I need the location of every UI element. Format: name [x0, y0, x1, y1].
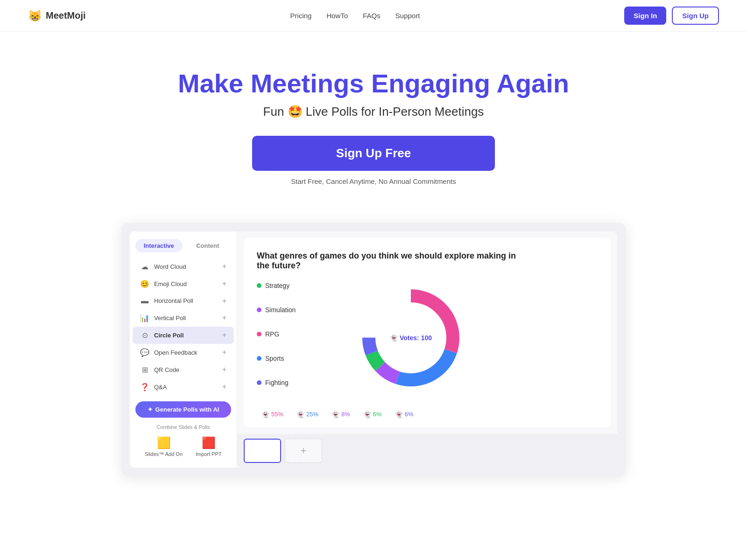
- circle-poll-label: Circle Poll: [154, 332, 184, 339]
- option-simulation: Simulation: [257, 306, 341, 314]
- vertical-poll-add-icon: +: [222, 314, 226, 322]
- main-content: What genres of games do you think we sho…: [237, 231, 617, 468]
- nav-buttons: Sign In Sign Up: [624, 7, 719, 25]
- pct-fighting: 👻 6%: [395, 411, 414, 418]
- pct-sports: 👻 6%: [363, 411, 382, 418]
- sidebar-item-word-cloud[interactable]: ☁ Word Cloud +: [133, 258, 234, 275]
- nav-links: Pricing HowTo FAQs Support: [290, 12, 420, 20]
- donut-chart: 👻 Votes: 100: [355, 282, 467, 394]
- percentages-row: 👻 55% 👻 25% 👻 8% 👻 6%: [257, 411, 598, 418]
- faqs-link[interactable]: FAQs: [363, 12, 381, 20]
- option-simulation-label: Simulation: [265, 306, 296, 314]
- circle-poll-add-icon: +: [222, 331, 226, 339]
- emoji-cloud-add-icon: +: [222, 280, 226, 288]
- support-link[interactable]: Support: [395, 12, 420, 20]
- qa-label: Q&A: [154, 384, 167, 391]
- hero-headline: Make Meetings Engaging Again: [19, 69, 728, 98]
- option-rpg: RPG: [257, 330, 341, 338]
- poll-body: Strategy Simulation RPG Sports: [257, 282, 598, 403]
- sidebar-item-circle-poll[interactable]: ⊙ Circle Poll +: [133, 327, 234, 344]
- donut-center-label: 👻 Votes: 100: [390, 334, 432, 342]
- pct-simulation: 👻 25%: [296, 411, 318, 418]
- combine-buttons: 🟨 Slides™ Add On 🟥 Import PPT: [135, 434, 231, 460]
- votes-label: Votes: 100: [400, 334, 432, 342]
- import-ppt-button[interactable]: 🟥 Import PPT: [191, 434, 226, 460]
- strategy-dot: [257, 283, 261, 288]
- word-cloud-add-icon: +: [222, 262, 226, 271]
- vertical-poll-label: Vertical Poll: [154, 315, 186, 322]
- app-inner: Interactive Content ☁ Word Cloud + 😊 Emo…: [130, 231, 617, 468]
- word-cloud-label: Word Cloud: [154, 263, 186, 270]
- pct-rpg: 👻 8%: [331, 411, 350, 418]
- option-rpg-label: RPG: [265, 330, 279, 338]
- howto-link[interactable]: HowTo: [326, 12, 348, 20]
- vertical-poll-icon: 📊: [140, 314, 149, 322]
- generate-polls-ai-button[interactable]: ✦ Generate Polls with AI: [135, 401, 231, 418]
- qa-add-icon: +: [222, 383, 226, 391]
- emoji-cloud-icon: 😊: [140, 280, 149, 288]
- sidebar-item-open-feedback[interactable]: 💬 Open Feedback +: [133, 344, 234, 361]
- slides-label: Slides™ Add On: [145, 451, 183, 457]
- qr-code-label: QR Code: [154, 366, 179, 373]
- sidebar-item-emoji-cloud[interactable]: 😊 Emoji Cloud +: [133, 275, 234, 293]
- rpg-dot: [257, 332, 261, 336]
- horizontal-poll-icon: ▬: [140, 297, 149, 305]
- option-fighting-label: Fighting: [265, 379, 289, 386]
- sidebar-item-qr-code[interactable]: ⊞ QR Code +: [133, 361, 234, 378]
- ai-sparkle-icon: ✦: [148, 406, 153, 413]
- sidebar-item-vertical-poll[interactable]: 📊 Vertical Poll +: [133, 309, 234, 327]
- emoji-cloud-label: Emoji Cloud: [154, 280, 187, 287]
- word-cloud-icon: ☁: [140, 262, 149, 271]
- circle-poll-icon: ⊙: [140, 331, 149, 340]
- tab-content[interactable]: Content: [184, 239, 232, 252]
- slides-icon: 🟨: [157, 436, 171, 449]
- sports-dot: [257, 356, 261, 361]
- logo[interactable]: 😸 MeetMoji: [28, 9, 86, 22]
- option-sports-label: Sports: [265, 355, 284, 362]
- fighting-dot: [257, 380, 261, 385]
- open-feedback-add-icon: +: [222, 348, 226, 357]
- ppt-icon: 🟥: [202, 436, 216, 449]
- ppt-label: Import PPT: [196, 451, 222, 457]
- pct-simulation-value: 25%: [306, 411, 318, 418]
- poll-area: What genres of games do you think we sho…: [244, 238, 611, 427]
- hero-section: Make Meetings Engaging Again Fun 🤩 Live …: [0, 32, 747, 204]
- open-feedback-label: Open Feedback: [154, 349, 197, 356]
- pct-sports-value: 6%: [373, 411, 382, 418]
- ghost-icon-4: 👻: [363, 411, 371, 418]
- logo-icon: 😸: [28, 9, 42, 22]
- simulation-dot: [257, 308, 261, 312]
- qr-code-icon: ⊞: [140, 365, 149, 374]
- tab-interactive[interactable]: Interactive: [135, 239, 183, 252]
- sidebar-tabs: Interactive Content: [130, 239, 237, 258]
- sidebar-combine: Combine Slides & Polls 🟨 Slides™ Add On …: [130, 424, 237, 460]
- poll-options: Strategy Simulation RPG Sports: [257, 282, 341, 403]
- pct-fighting-value: 6%: [405, 411, 414, 418]
- navbar: 😸 MeetMoji Pricing HowTo FAQs Support Si…: [0, 0, 747, 32]
- slide-bar: +: [237, 434, 617, 468]
- hero-subheadline: Fun 🤩 Live Polls for In-Person Meetings: [19, 105, 728, 119]
- sidebar-item-horizontal-poll[interactable]: ▬ Horizontal Poll +: [133, 293, 234, 309]
- sidebar: Interactive Content ☁ Word Cloud + 😊 Emo…: [130, 231, 237, 468]
- pct-strategy-value: 55%: [271, 411, 283, 418]
- ghost-icon-3: 👻: [331, 411, 339, 418]
- add-slide-button[interactable]: +: [285, 439, 322, 463]
- signin-button[interactable]: Sign In: [624, 7, 666, 25]
- slides-addon-button[interactable]: 🟨 Slides™ Add On: [140, 434, 187, 460]
- option-fighting: Fighting: [257, 379, 341, 386]
- logo-text: MeetMoji: [46, 10, 86, 21]
- open-feedback-icon: 💬: [140, 348, 149, 357]
- sidebar-item-qa[interactable]: ❓ Q&A +: [133, 378, 234, 396]
- pct-strategy: 👻 55%: [261, 411, 283, 418]
- pricing-link[interactable]: Pricing: [290, 12, 312, 20]
- combine-label: Combine Slides & Polls: [135, 424, 231, 430]
- signup-nav-button[interactable]: Sign Up: [672, 7, 719, 25]
- qr-code-add-icon: +: [222, 365, 226, 374]
- horizontal-poll-label: Horizontal Poll: [154, 297, 193, 304]
- slide-thumbnail[interactable]: [244, 439, 281, 463]
- option-strategy-label: Strategy: [265, 282, 289, 289]
- hero-sub-text: Start Free, Cancel Anytime, No Annual Co…: [291, 177, 456, 185]
- option-strategy: Strategy: [257, 282, 341, 289]
- poll-question: What genres of games do you think we sho…: [257, 251, 518, 271]
- signup-cta-button[interactable]: Sign Up Free: [252, 136, 495, 171]
